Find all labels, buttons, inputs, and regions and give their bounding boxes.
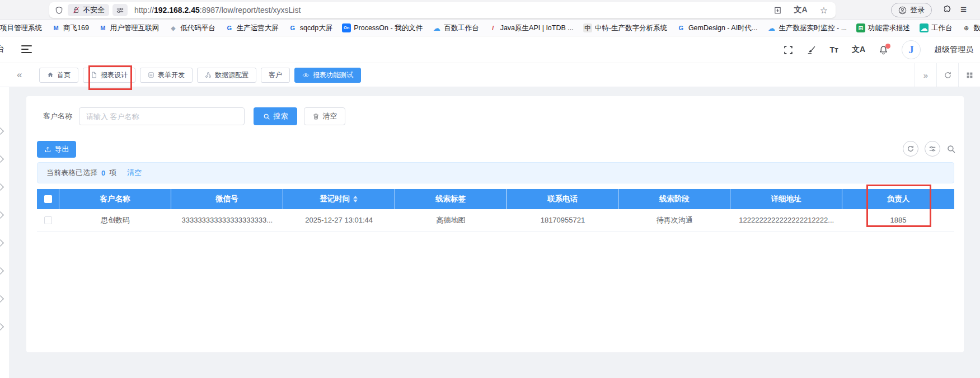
- chevron-right-icon[interactable]: [0, 295, 4, 303]
- bookmark-label: 中特-生产数字分析系统: [595, 23, 667, 33]
- tab-label: 客户: [269, 70, 282, 80]
- font-size-icon[interactable]: Tт: [829, 45, 838, 54]
- tab-item[interactable]: 客户: [261, 68, 290, 83]
- tab-item[interactable]: 报表设计: [83, 68, 135, 83]
- login-label: 登录: [910, 5, 925, 15]
- layout-grid-icon[interactable]: [958, 63, 980, 87]
- bookmark-item[interactable]: ☁工作台: [920, 23, 953, 33]
- bookmark-label: 项目管理系统: [0, 23, 42, 33]
- clear-cache-brush-icon[interactable]: [806, 45, 816, 55]
- selection-count: 0: [100, 169, 106, 177]
- save-page-icon[interactable]: [773, 6, 782, 15]
- column-header[interactable]: 微信号: [171, 189, 283, 209]
- app-translate-icon[interactable]: 文A: [852, 45, 865, 55]
- refresh-icon[interactable]: [903, 141, 918, 157]
- chevron-right-icon[interactable]: [0, 127, 4, 135]
- select-all-checkbox[interactable]: [37, 189, 59, 209]
- bookmark-label: 商飞169: [63, 23, 89, 33]
- tab-refresh-icon[interactable]: [936, 63, 958, 87]
- bookmark-label: 百数工作台: [444, 23, 479, 33]
- bookmark-item[interactable]: M用户管理互联网: [99, 23, 160, 33]
- user-name[interactable]: 超级管理员: [934, 45, 973, 55]
- column-header-label: 联系电话: [547, 194, 578, 204]
- sidebar-clipped-text: 台: [0, 44, 4, 54]
- eye-icon: [302, 72, 310, 79]
- table-cell: 高德地图: [395, 209, 507, 231]
- column-header[interactable]: 客户名称: [59, 189, 171, 209]
- bookmark-favicon: On: [342, 23, 351, 32]
- bookmark-favicon: ☁: [767, 23, 776, 32]
- security-badge[interactable]: 不安全: [68, 4, 109, 16]
- bookmark-label: Java原生API | IoTDB ...: [500, 23, 574, 33]
- export-button[interactable]: 导出: [37, 141, 76, 158]
- chevron-right-icon[interactable]: [0, 323, 4, 330]
- insecure-lock-icon: [72, 6, 80, 14]
- bookmark-favicon: ☁: [920, 23, 929, 32]
- translate-icon[interactable]: 文A: [794, 5, 808, 15]
- table-row[interactable]: 思创数码333333333333333333333...2025-12-27 1…: [37, 209, 954, 231]
- bookmark-item[interactable]: OnProcessOn - 我的文件: [342, 23, 423, 33]
- chevron-right-icon[interactable]: [0, 267, 4, 275]
- column-header-label: 微信号: [215, 194, 238, 204]
- chevron-right-icon[interactable]: [0, 183, 4, 191]
- bookmark-label: 生产数据实时监控 - ...: [779, 23, 847, 33]
- bookmark-item[interactable]: ◆低代码平台: [168, 23, 215, 33]
- selection-clear-link[interactable]: 清空: [127, 168, 142, 178]
- browser-login-button[interactable]: 登录: [891, 3, 932, 17]
- bookmark-item[interactable]: 中中特-生产数字分析系统: [583, 23, 667, 33]
- extensions-puzzle-icon[interactable]: [943, 5, 951, 14]
- column-header[interactable]: 详细地址: [730, 189, 842, 209]
- tab-label: 数据源配置: [215, 70, 248, 80]
- workspace: 客户名称 搜索 清空 导出: [9, 87, 980, 378]
- tab-item[interactable]: 数据源配置: [197, 68, 256, 83]
- bookmark-item[interactable]: M商飞169: [51, 23, 89, 33]
- tabs-scroll-right-icon[interactable]: »: [915, 63, 936, 87]
- tab-active[interactable]: 报表功能测试: [294, 68, 361, 83]
- bookmark-star-icon[interactable]: ☆: [820, 5, 828, 16]
- shield-icon[interactable]: [55, 6, 63, 15]
- bookmark-item[interactable]: ☁生产数据实时监控 - ...: [767, 23, 847, 33]
- permissions-toggle-icon[interactable]: [112, 4, 128, 16]
- bookmark-item[interactable]: GGemDesign - AI时代...: [677, 23, 758, 33]
- bookmark-item[interactable]: ⊕数据异议处理系统: [962, 23, 980, 33]
- column-header[interactable]: 负责人: [842, 189, 954, 209]
- chevron-right-icon[interactable]: [0, 239, 4, 247]
- sidebar-toggle-icon[interactable]: [21, 45, 32, 54]
- browser-menu-icon[interactable]: ≡: [960, 4, 967, 15]
- bookmark-label: sqcdp大屏: [300, 23, 332, 33]
- bookmark-item[interactable]: 项目管理系统: [0, 23, 42, 33]
- customer-name-input[interactable]: [79, 107, 245, 125]
- table-cell: 思创数码: [59, 209, 171, 231]
- tabs-scroll-left-icon[interactable]: «: [17, 63, 22, 87]
- bookmark-item[interactable]: ⊞功能需求描述: [856, 23, 910, 33]
- table-search-icon[interactable]: [946, 144, 956, 154]
- form-icon: [148, 72, 154, 78]
- row-checkbox[interactable]: [37, 209, 59, 231]
- account-icon: [898, 6, 907, 15]
- tab-label: 首页: [57, 70, 71, 80]
- notifications-bell-icon[interactable]: [879, 45, 888, 55]
- avatar[interactable]: J: [902, 40, 921, 59]
- search-button[interactable]: 搜索: [254, 107, 297, 125]
- bookmark-item[interactable]: G生产运营大屏: [225, 23, 279, 33]
- column-header[interactable]: 线索阶段: [618, 189, 730, 209]
- bookmark-item[interactable]: ☁百数工作台: [432, 23, 479, 33]
- column-settings-icon[interactable]: [925, 141, 940, 157]
- column-header[interactable]: 线索标签: [395, 189, 507, 209]
- bookmarks-bar: 项目管理系统M商飞169M用户管理互联网◆低代码平台G生产运营大屏Gsqcdp大…: [0, 20, 980, 36]
- clear-button[interactable]: 清空: [304, 107, 345, 125]
- sort-carets-icon[interactable]: [353, 196, 358, 202]
- chevron-right-icon[interactable]: [0, 155, 4, 163]
- address-bar[interactable]: 不安全 http://192.168.2.45:8987/low/report/…: [49, 2, 836, 18]
- column-header[interactable]: 联系电话: [507, 189, 619, 209]
- bookmark-item[interactable]: /Java原生API | IoTDB ...: [489, 23, 574, 33]
- url-text[interactable]: http://192.168.2.45:8987/low/report/test…: [134, 6, 773, 15]
- browser-toolbar: 不安全 http://192.168.2.45:8987/low/report/…: [0, 0, 980, 20]
- column-header[interactable]: 登记时间: [283, 189, 395, 209]
- fullscreen-icon[interactable]: [784, 45, 793, 55]
- tab-item[interactable]: 首页: [39, 68, 78, 83]
- bookmark-item[interactable]: Gsqcdp大屏: [288, 23, 332, 33]
- chevron-right-icon[interactable]: [0, 211, 4, 219]
- table-header-row: 客户名称微信号登记时间线索标签联系电话线索阶段详细地址负责人: [37, 189, 954, 209]
- tab-item[interactable]: 表单开发: [140, 68, 193, 83]
